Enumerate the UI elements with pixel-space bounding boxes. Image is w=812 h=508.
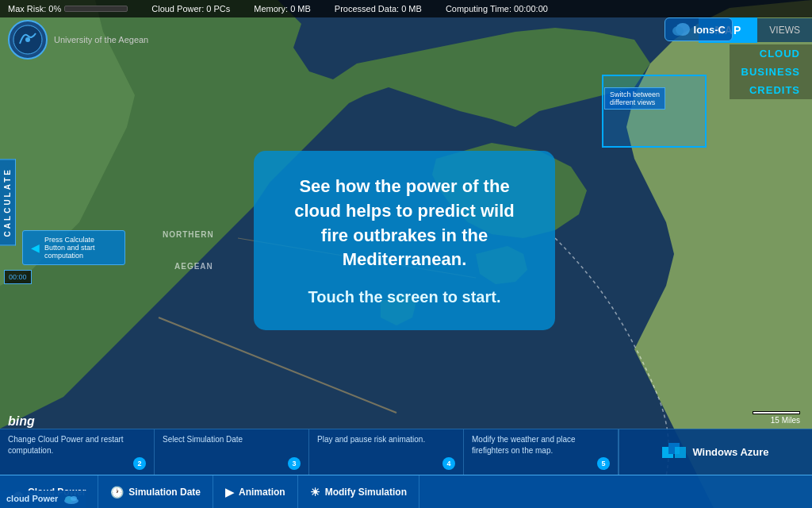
overlay-main-text: See how the power of the cloud helps to …: [282, 175, 527, 272]
processed-data-status: Processed Data: 0 MB: [335, 4, 422, 13]
toolbar-icon-2: ▶: [225, 486, 234, 498]
nav-views-button[interactable]: VIEWS: [757, 18, 812, 42]
instruction-box: Select Simulation Date3: [155, 429, 309, 475]
azure-logo-text: Windows Azure: [692, 446, 768, 458]
switch-views-button[interactable]: Switch between different views: [604, 87, 665, 110]
status-bar: Max Risk: 0% Cloud Power: 0 PCs Memory: …: [0, 0, 812, 17]
nav-cloud-button[interactable]: CLOUD: [730, 44, 812, 63]
toolbar-btn-modify-simulation[interactable]: ☀Modify Simulation: [298, 475, 419, 508]
calc-arrow-icon: ◀: [31, 241, 40, 254]
svg-point-5: [25, 37, 30, 42]
aegean-label: AEGEAN: [174, 262, 213, 271]
overlay-touch-text: Touch the screen to start.: [282, 288, 527, 306]
toolbar-btn-simulation-date[interactable]: 🕐Simulation Date: [98, 475, 213, 508]
cloud-power-status: Cloud Power: 0 PCs: [151, 4, 230, 13]
northern-label: NORTHERN: [163, 230, 214, 239]
max-risk-status: Max Risk: 0%: [8, 4, 128, 13]
toolbar-label-3: Modify Simulation: [325, 487, 407, 498]
instruction-box: Play and pause risk animation.4: [309, 429, 464, 475]
instruction-box: Change Cloud Power and restart computati…: [0, 429, 155, 475]
svg-point-7: [672, 26, 684, 36]
toolbar-label-2: Animation: [239, 487, 285, 498]
calculate-label: CALCULATE: [0, 159, 16, 245]
scale-bar: [753, 411, 800, 414]
calculate-panel: CALCULATE: [0, 159, 16, 245]
toolbar-label-1: Simulation Date: [128, 487, 201, 498]
cloud-power-footer: cloud Power: [0, 491, 86, 508]
app-icon-label: Ions-C: [694, 24, 726, 36]
app-icon[interactable]: Ions-C: [665, 17, 733, 41]
bing-logo: bing: [8, 414, 35, 429]
logo: University of the Aegean: [8, 20, 148, 60]
toolbar-icon-1: 🕐: [110, 486, 124, 498]
risk-chart: [64, 6, 128, 12]
instruction-box: Modify the weather and place firefighter…: [464, 429, 619, 475]
azure-logo: Windows Azure: [619, 429, 812, 475]
svg-rect-10: [675, 447, 686, 458]
calculate-button[interactable]: ◀ Press Calculate Button and start compu…: [22, 230, 125, 265]
toolbar-icon-3: ☀: [310, 486, 320, 498]
nav-credits-button[interactable]: CREDITS: [730, 81, 812, 99]
main-overlay[interactable]: See how the power of the cloud helps to …: [254, 151, 555, 330]
calc-timer: 00:00: [4, 270, 32, 284]
bottom-toolbar: ☁Cloud Power🕐Simulation Date▶Animation☀M…: [0, 475, 812, 508]
memory-status: Memory: 0 MB: [254, 4, 311, 13]
nav-business-button[interactable]: BUSINESS: [730, 63, 812, 81]
distance-scale: 15 Miles: [753, 411, 800, 425]
toolbar-btn-animation[interactable]: ▶Animation: [213, 475, 298, 508]
university-logo: [8, 20, 48, 60]
svg-rect-3: [603, 75, 706, 147]
instruction-bar: Change Cloud Power and restart computati…: [0, 429, 619, 475]
svg-point-13: [71, 496, 77, 501]
computing-time-status: Computing Time: 00:00:00: [446, 4, 548, 13]
university-name: University of the Aegean: [54, 34, 148, 45]
